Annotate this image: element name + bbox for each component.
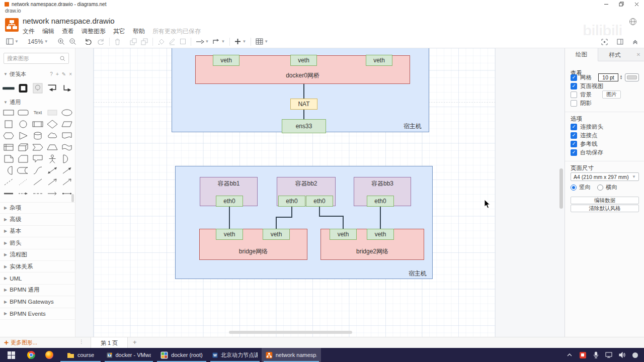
grid-color-button[interactable]: [625, 73, 639, 81]
callout-shape[interactable]: [31, 153, 45, 164]
grid-checkbox-row[interactable]: 网格: [571, 74, 592, 81]
start-button[interactable]: [0, 348, 22, 362]
veth-box[interactable]: veth: [290, 55, 317, 66]
tape-shape[interactable]: [60, 141, 74, 153]
curve-shape[interactable]: [31, 164, 45, 176]
zoom-select[interactable]: 145%▼: [26, 36, 50, 47]
grid-size-input[interactable]: 10 pt: [598, 73, 618, 81]
horizontal-bar-shape[interactable]: [2, 82, 16, 94]
table-button[interactable]: ▼: [254, 36, 270, 47]
parallelogram-shape[interactable]: [60, 118, 74, 130]
dark-square-shape[interactable]: [17, 82, 30, 94]
format-panel-toggle-button[interactable]: [615, 36, 625, 47]
waypoint-style-button[interactable]: ▼: [211, 36, 227, 47]
delete-button[interactable]: [112, 36, 123, 47]
to-front-button[interactable]: [128, 36, 139, 47]
veth-box[interactable]: veth: [213, 55, 239, 66]
and-shape[interactable]: [2, 164, 16, 176]
sidebar-section-3[interactable]: ▶箭头: [0, 237, 75, 249]
guides-row[interactable]: 参考线: [571, 140, 598, 148]
dashed-line-shape[interactable]: [2, 176, 16, 188]
page-size-select[interactable]: A4 (210 mm x 297 mm) ▼: [571, 172, 639, 181]
radio-landscape[interactable]: [597, 185, 603, 191]
sidebar-section-4[interactable]: ▶流程图: [0, 249, 75, 261]
zoom-in-button[interactable]: [55, 36, 67, 47]
eth0-box[interactable]: eth0: [278, 196, 305, 207]
edge[interactable]: [319, 216, 344, 217]
checkbox-checked[interactable]: [571, 74, 577, 81]
veth-box[interactable]: veth: [330, 229, 357, 240]
edge[interactable]: [319, 207, 320, 217]
shadow-button[interactable]: [178, 36, 188, 47]
tab-diagram[interactable]: 绘图: [565, 48, 598, 61]
sidebar-section-0[interactable]: ▶杂项: [0, 202, 75, 214]
edge[interactable]: [229, 207, 230, 229]
taskbar-item-explorer[interactable]: course: [58, 348, 103, 362]
square-shape[interactable]: [2, 118, 16, 130]
edit-data-button[interactable]: 编辑数据: [571, 197, 639, 204]
help-icon[interactable]: ?: [50, 71, 53, 77]
autosave-row[interactable]: 自动保存: [571, 149, 603, 156]
rounded-rectangle-shape[interactable]: [16, 107, 30, 118]
more-shapes-button[interactable]: 更多图形...: [4, 339, 37, 346]
arrow-shape[interactable]: [60, 164, 74, 176]
process-shape[interactable]: [31, 118, 45, 130]
display-icon[interactable]: [605, 351, 613, 359]
sidebar-section-9[interactable]: ▶BPMN Events: [0, 308, 75, 320]
tab-style[interactable]: 样式: [598, 48, 631, 61]
sidebar-section-7[interactable]: ▶BPMN 通用: [0, 285, 75, 296]
data-storage-shape[interactable]: [16, 164, 30, 176]
checkbox-checked[interactable]: [571, 149, 577, 156]
sidebar-section-6[interactable]: ▶UML: [0, 273, 75, 284]
diamond-shape[interactable]: [45, 118, 59, 130]
close-button[interactable]: [629, 0, 644, 8]
firefox-icon[interactable]: [40, 348, 58, 362]
thin-link-arrow-shape[interactable]: [45, 188, 59, 199]
menu-view[interactable]: 查看: [62, 27, 74, 36]
image-placeholder-shape[interactable]: [31, 82, 45, 94]
insert-button[interactable]: ▼: [232, 36, 248, 47]
arrow-thin-shape[interactable]: [45, 176, 59, 188]
eth0-box[interactable]: eth0: [306, 196, 333, 207]
page-view-checkbox-row[interactable]: 页面视图: [571, 82, 603, 90]
hexagon-shape[interactable]: [2, 130, 16, 141]
zoom-out-button[interactable]: [67, 36, 78, 47]
line-shape[interactable]: [31, 176, 45, 188]
ens33-box[interactable]: ens33: [282, 119, 326, 133]
internal-storage-shape[interactable]: [2, 141, 16, 153]
sidebar-section-8[interactable]: ▶BPMN Gateways: [0, 296, 75, 308]
close-icon[interactable]: ×: [69, 71, 72, 77]
grid-size-spinner[interactable]: ▲▼: [619, 73, 623, 81]
dashed-link-arrow-shape[interactable]: [16, 188, 30, 199]
sidebar-section-5[interactable]: ▶实体关系: [0, 261, 75, 273]
scratchpad-header[interactable]: ▼ 便笺本 ? + ✎ ×: [4, 70, 72, 78]
checkbox-checked[interactable]: [571, 83, 577, 89]
pages-menu-icon[interactable]: ⋮: [79, 339, 85, 344]
menu-arrange[interactable]: 调整图形: [82, 27, 106, 36]
image-button[interactable]: 图片: [602, 90, 621, 99]
connection-points-row[interactable]: 连接点: [571, 132, 598, 139]
note-shape[interactable]: [2, 153, 16, 164]
cloud-shape[interactable]: [45, 130, 59, 141]
edge[interactable]: [380, 207, 381, 229]
volume-icon[interactable]: [618, 351, 626, 359]
fullscreen-button[interactable]: [599, 36, 610, 47]
recorder-app-icon[interactable]: [579, 351, 587, 359]
triangle-shape[interactable]: [16, 130, 30, 141]
menu-edit[interactable]: 编辑: [42, 27, 54, 36]
minimize-button[interactable]: [599, 0, 614, 8]
redo-button[interactable]: [95, 36, 107, 47]
bidirectional-arrow-shape[interactable]: [45, 164, 59, 176]
eth0-box[interactable]: eth0: [216, 196, 243, 207]
text-shape[interactable]: Text: [31, 107, 45, 118]
tray-expand-icon[interactable]: [566, 351, 574, 359]
add-icon[interactable]: +: [56, 71, 59, 77]
edge[interactable]: [303, 110, 304, 119]
connection-arrows-row[interactable]: 连接箭头: [571, 123, 603, 131]
arrow-thin-2-shape[interactable]: [60, 176, 74, 188]
cube-shape[interactable]: [16, 141, 30, 153]
page-view-toggle-button[interactable]: ▼: [4, 36, 21, 47]
corner-arrow-right-shape[interactable]: [60, 82, 74, 94]
taskbar-item-drawio[interactable]: network namesp...: [262, 348, 321, 362]
background-checkbox-row[interactable]: 背景: [571, 91, 592, 99]
